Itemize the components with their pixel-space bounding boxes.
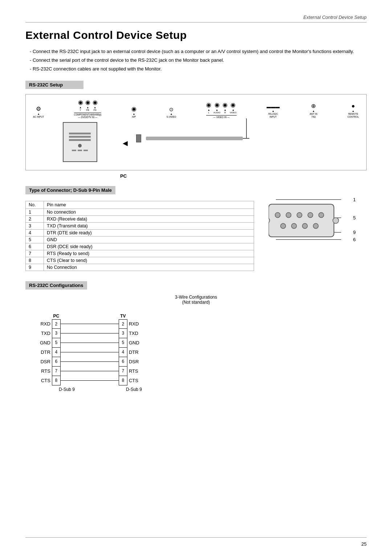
pc-rts: RTS	[41, 367, 50, 376]
dsub-connector-svg	[269, 201, 341, 259]
pc-slot-1	[69, 133, 91, 134]
port-video-in-group: ◉ ▲ L ◉ ▲ AUDIO ◉ ▲ R	[206, 102, 237, 118]
pin-name: RXD (Receive data)	[44, 215, 254, 222]
pin-label-6: 6	[353, 237, 356, 242]
dsub9-tv-label: D-Sub 9	[126, 387, 142, 392]
rs232c-setup-section: RS-232C Setup ⚙ ▲ AC INPUT ◉ ▲ Y	[25, 81, 367, 178]
config-section: RS-232C Configurations 3-Wire Configurat…	[25, 281, 367, 392]
pin-6	[281, 223, 286, 229]
ac-input-label: AC INPUT	[33, 116, 44, 118]
port-video: ◉ ▲ R	[222, 102, 228, 114]
tv-wire-box-8: 8	[119, 376, 127, 385]
pc-col-header: PC	[52, 310, 61, 319]
table-row: 9No Connection	[26, 264, 254, 271]
pin-name: GND	[44, 236, 254, 243]
config-section-label: RS-232C Configurations	[25, 281, 87, 290]
arrow-to-pc: ◀	[123, 139, 128, 147]
pin-number: 8	[26, 257, 44, 264]
video-in-icons-row: ◉ ▲ L ◉ ▲ AUDIO ◉ ▲ R	[206, 102, 237, 114]
table-row: 2RXD (Receive data)	[26, 215, 254, 222]
port-component-group: ◉ ▲ Y ◉ ▲ PB ◉ ▲ PR	[74, 100, 101, 118]
wire-row-3	[61, 329, 119, 338]
port-video-v: ◉ ▲ VIDEO	[230, 102, 237, 114]
pc-wire-box-8: 8	[52, 376, 61, 385]
col-no-header: No.	[26, 201, 44, 209]
pc-circle-1	[78, 144, 82, 147]
pc-signal-labels: RXD TXD GND DTR DSR RTS CTS	[40, 319, 52, 385]
pc-wire-box-6: 6	[52, 357, 61, 367]
pin-3	[297, 213, 302, 218]
port-comp-y: ◉ ▲ Y	[78, 100, 83, 112]
port-svideo: ⊙ ▲ S-VIDEO	[167, 107, 176, 118]
config-subtitle: 3-Wire Configurations (Not standard)	[25, 295, 367, 305]
tv-wire-boxes: 2354678	[119, 319, 127, 385]
tv-txd: TXD	[129, 329, 138, 338]
component-group-label: COMPONENT(480i/480p)— DVD/DTV IN —	[74, 113, 101, 118]
col-pin-header: Pin name	[44, 201, 254, 209]
tv-wire-box-2: 2	[119, 319, 127, 329]
tv-num-boxes: TV 2354678	[119, 310, 127, 385]
tv-dtr: DTR	[129, 348, 139, 357]
port-remote: ● ▲ REMOTECONTROL	[347, 103, 359, 118]
cable-body	[146, 137, 242, 140]
tv-wire-box-5: 5	[119, 338, 127, 348]
connector-section-label: Type of Connector; D-Sub 9-Pin Male	[25, 186, 115, 194]
intro-text: - Connect the RS-232C input jack to an e…	[25, 48, 367, 73]
header: External Control Device Setup	[25, 15, 367, 23]
ac-input-icon: ⚙	[36, 106, 41, 112]
port-hp: ◉ ▲ H/P	[131, 106, 136, 118]
pc-small-slot-3	[83, 150, 88, 151]
connector-left: Type of Connector; D-Sub 9-Pin Male No. …	[25, 186, 254, 271]
pin-label-9: 9	[353, 230, 356, 235]
tv-col-header: TV	[119, 310, 127, 319]
pc-num-boxes: PC 2354678	[52, 310, 61, 385]
pc-wire-box-5: 5	[52, 338, 61, 348]
vertical-wire	[246, 118, 247, 138]
pc-box	[63, 122, 97, 162]
cable-diagram-container: ◀	[29, 118, 363, 166]
pc-wire-box-2: 2	[52, 319, 61, 329]
tv-dsr: DSR	[129, 357, 139, 367]
mount-right	[333, 218, 339, 223]
pin-number: 3	[26, 222, 44, 229]
ac-input-arrow: ▲	[37, 113, 40, 115]
intro-bullet-3: - RS-232C connection cables are not supp…	[30, 65, 367, 73]
intro-bullet-1: - Connect the RS-232C input jack to an e…	[30, 48, 367, 56]
pin-4	[308, 213, 313, 218]
pc-cts: CTS	[41, 376, 50, 385]
pin-number: 6	[26, 243, 44, 250]
table-row: 7RTS (Ready to send)	[26, 250, 254, 257]
header-title: External Control Device Setup	[303, 15, 367, 20]
pin-label-5: 5	[353, 215, 356, 221]
pc-gnd: GND	[40, 338, 50, 348]
connector-section: Type of Connector; D-Sub 9-Pin Male No. …	[25, 186, 367, 271]
table-row: 3TXD (Transmit data)	[26, 222, 254, 229]
pc-txd: TXD	[41, 329, 50, 338]
video-in-group-label: — VIDEO IN —	[206, 115, 237, 118]
pc-small-slot-1	[72, 150, 76, 151]
pin-name: DSR (DCE side ready)	[44, 243, 254, 250]
pc-wire-box-4: 4	[52, 348, 61, 357]
table-row: 6DSR (DCE side ready)	[26, 243, 254, 250]
component-icons-row: ◉ ▲ Y ◉ ▲ PB ◉ ▲ PR	[78, 100, 98, 112]
dsub-diagram: 1 5 9 6	[265, 190, 359, 251]
panel-diagram: ⚙ ▲ AC INPUT ◉ ▲ Y ◉ ▲	[25, 94, 367, 170]
pin-number: 2	[26, 215, 44, 222]
wire-row-6	[61, 357, 119, 367]
pin-number: 4	[26, 229, 44, 236]
pin-2	[286, 213, 291, 218]
port-comp-pb: ◉ ▲ PB	[85, 100, 90, 112]
port-audio-l: ◉ ▲ L	[206, 102, 211, 114]
pin-5	[319, 213, 324, 218]
tv-wire-box-6: 6	[119, 357, 127, 367]
dsub-labels-row: D-Sub 9 D-Sub 9	[40, 387, 367, 392]
pin-number: 9	[26, 264, 44, 271]
rs232c-setup-label: RS-232C Setup	[25, 81, 83, 89]
pc-dtr: DTR	[41, 348, 50, 357]
line-top	[276, 199, 341, 200]
wire-row-5	[61, 338, 119, 348]
tv-rxd: RXD	[129, 319, 139, 329]
wire-row-2	[61, 319, 119, 329]
pc-small-slots	[72, 150, 88, 151]
pc-rxd: RXD	[40, 319, 50, 329]
